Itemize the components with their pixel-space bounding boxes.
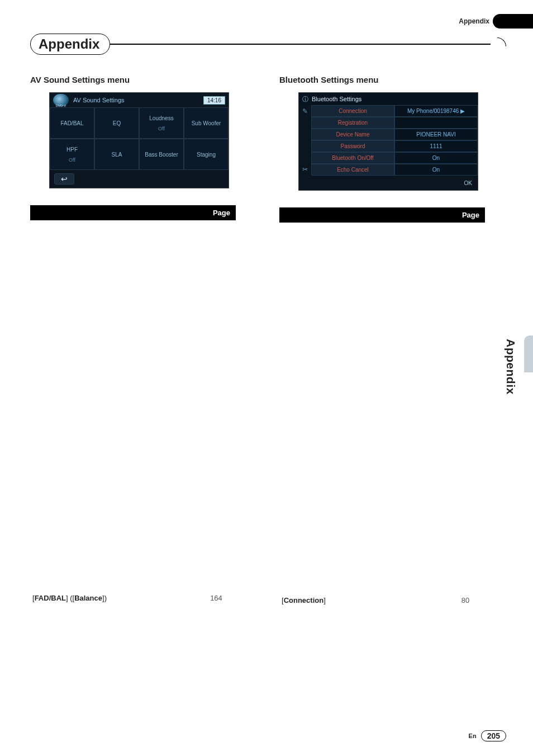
top-right-tab: Appendix (459, 14, 533, 29)
av-cell-label: Bass Booster (145, 152, 178, 158)
av-cell[interactable]: FAD/BAL (50, 107, 94, 139)
disc-icon: DVD-V (53, 94, 69, 106)
av-cell[interactable]: LoudnessOff (139, 107, 184, 139)
bt-row-value: 1111 (394, 140, 478, 152)
bt-row-value: My Phone/00198746 ▶ (394, 105, 478, 117)
ok-button[interactable]: OK (464, 180, 472, 186)
right-column: Bluetooth Settings menu ⓘ Bluetooth Sett… (279, 75, 506, 756)
av-title-menu: menu (107, 75, 130, 84)
side-tab-grey-pill (524, 336, 533, 372)
av-screen-title: AV Sound Settings (73, 97, 203, 103)
table-header-page: Page (446, 207, 485, 223)
page-title: Appendix (30, 34, 110, 55)
page-footer: En 205 (469, 730, 506, 741)
table-header-page: Page (197, 205, 236, 220)
table-header-blank (279, 207, 446, 223)
av-cell-label: SLA (112, 152, 122, 158)
footer-lang: En (469, 733, 477, 739)
row-page: 164 (197, 220, 236, 756)
bluetooth-screenshot: ⓘ Bluetooth Settings ✎ ✂ ConnectionMy Ph… (298, 92, 478, 191)
scissors-icon: ✂ (302, 166, 308, 173)
info-icon: ⓘ (302, 95, 308, 103)
clock-badge: 14:16 (203, 96, 225, 105)
table-row: [FAD/BAL] ([Balance])164 (30, 220, 236, 756)
av-title-prefix: AV Sound Settings (30, 75, 107, 84)
av-sound-screenshot: DVD-V AV Sound Settings 14:16 FAD/BALEQL… (49, 92, 229, 188)
av-cell-label: Staging (197, 152, 216, 158)
av-cell-label: EQ (113, 120, 121, 126)
header-curve-icon (497, 37, 506, 46)
side-tab (524, 336, 533, 372)
av-cell[interactable]: EQ (94, 107, 139, 139)
av-cell-label: FAD/BAL (60, 120, 83, 126)
bt-title-prefix: Bluetooth Settings (279, 75, 356, 84)
bt-row-label[interactable]: Bluetooth On/Off (311, 152, 394, 164)
bt-row-label[interactable]: Password (311, 140, 394, 152)
bt-row-value (394, 117, 478, 129)
footer-page-number: 205 (481, 730, 506, 741)
section-header: Appendix (30, 34, 506, 55)
bt-row-value: On (394, 164, 478, 176)
av-cell[interactable]: SLA (94, 139, 139, 170)
bt-title-menu: menu (356, 75, 379, 84)
row-name: [FAD/BAL] ([Balance]) (30, 220, 197, 756)
bt-row-label[interactable]: Device Name (311, 129, 394, 140)
bt-row-label[interactable]: Registration (311, 117, 394, 129)
pencil-icon: ✎ (302, 107, 308, 115)
top-right-black-pill (493, 14, 533, 29)
side-tab-label: Appendix (504, 339, 517, 395)
av-cell-label: Sub Woofer (192, 120, 221, 126)
bt-row-label[interactable]: Connection (311, 105, 394, 117)
av-cell-label: Loudness (149, 115, 173, 121)
av-cell[interactable]: Staging (184, 139, 229, 170)
av-cell[interactable]: Sub Woofer (184, 107, 229, 139)
av-cell-sub: Off (69, 157, 75, 163)
disc-icon-label: DVD-V (53, 104, 69, 107)
back-button[interactable]: ↩ (54, 173, 74, 185)
left-column: AV Sound Settings menu DVD-V AV Sound Se… (30, 75, 257, 756)
bt-row-label[interactable]: Echo Cancel (311, 164, 394, 176)
av-cell-sub: Off (158, 126, 165, 131)
bluetooth-table: Page [Connection]80[Registration]77[Devi… (279, 207, 485, 756)
table-header-blank (30, 205, 197, 220)
row-page: 80 (446, 223, 485, 756)
top-right-label: Appendix (459, 17, 489, 25)
bt-side-scroll[interactable]: ✎ ✂ (299, 105, 311, 176)
bt-row-value: On (394, 152, 478, 164)
av-sound-table: Page [FAD/BAL] ([Balance])164[EQ]164[Lou… (30, 205, 236, 756)
bluetooth-section-title: Bluetooth Settings menu (279, 75, 506, 84)
table-row: [Connection]80 (279, 223, 485, 756)
av-cell[interactable]: Bass Booster (139, 139, 184, 170)
bt-screen-title: Bluetooth Settings (312, 96, 361, 102)
header-divider (109, 44, 491, 45)
row-name: [Connection] (279, 223, 446, 756)
av-sound-section-title: AV Sound Settings menu (30, 75, 257, 84)
bt-row-value: PIONEER NAVI (394, 129, 478, 140)
av-cell-label: HPF (66, 147, 78, 153)
back-arrow-icon: ↩ (61, 174, 68, 183)
av-cell[interactable]: HPFOff (50, 139, 94, 170)
